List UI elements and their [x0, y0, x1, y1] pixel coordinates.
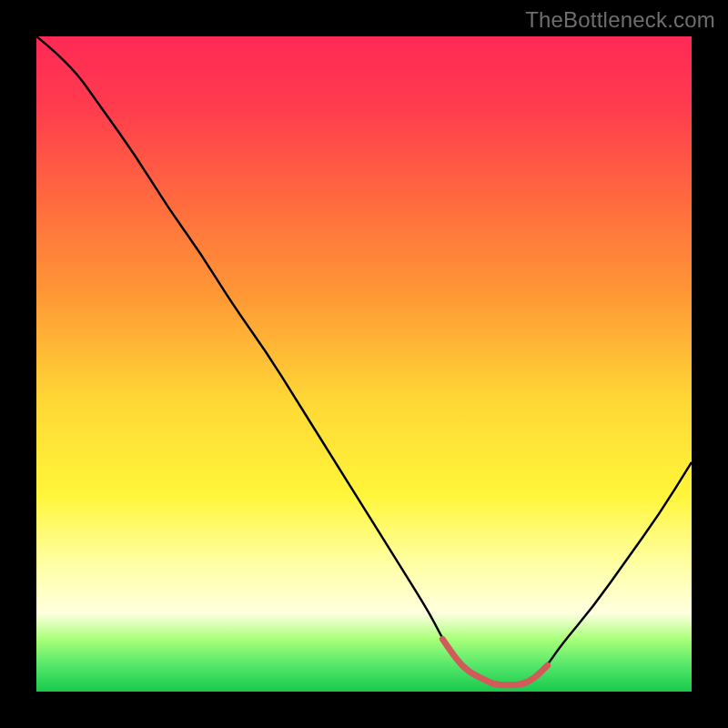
plot-area	[36, 36, 692, 692]
chart-frame: TheBottleneck.com	[0, 0, 728, 728]
gradient-background	[36, 36, 692, 692]
bottleneck-chart-svg	[36, 36, 692, 692]
watermark-text: TheBottleneck.com	[525, 7, 715, 33]
